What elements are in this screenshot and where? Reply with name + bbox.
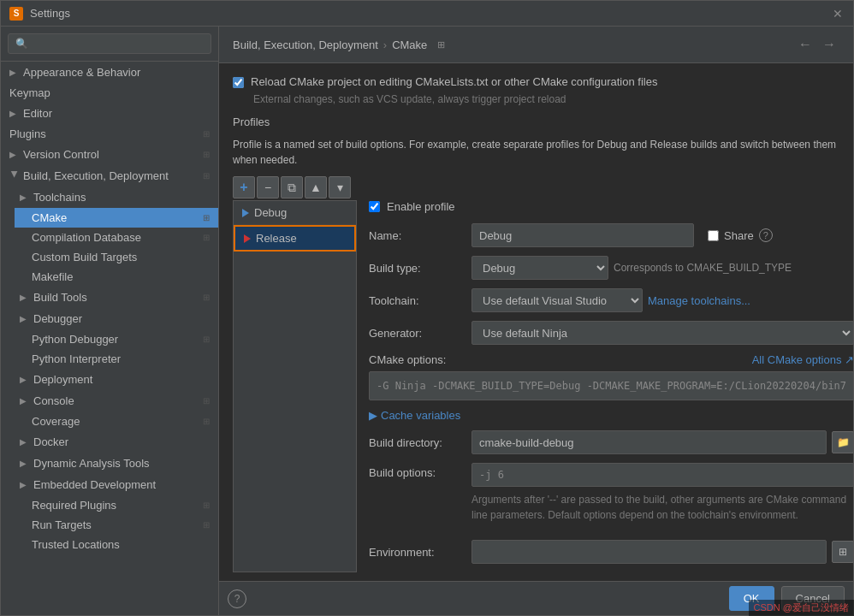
all-cmake-options-link[interactable]: All CMake options ↗ (752, 353, 853, 366)
environment-input-row: ⊞ (471, 540, 853, 564)
browse-env-button[interactable]: ⊞ (832, 541, 853, 563)
sidebar-label-trusted-locations: Trusted Locations (32, 538, 120, 551)
toolchain-dropdown-row: Use default Visual Studio Manage toolcha… (471, 288, 853, 312)
build-type-select[interactable]: Debug Release RelWithDebInfo MinSizeRel (471, 256, 608, 280)
cmake-options-value: -G Ninja -DCMAKE_BUILD_TYPE=Debug -DCMAK… (377, 380, 846, 392)
sidebar-item-toolchains[interactable]: ▶ Toolchains (15, 187, 218, 208)
sidebar-item-coverage[interactable]: Coverage ⊞ (15, 412, 218, 431)
group-embedded: ▶ Embedded Development (15, 474, 218, 495)
build-options-value: -j 6 (479, 469, 504, 481)
sidebar-label-editor: Editor (23, 107, 52, 120)
ext-icon: ⊞ (203, 500, 210, 510)
build-options-field[interactable]: -j 6 (471, 463, 853, 487)
panel-header: Build, Execution, Deployment › CMake ⊞ ←… (219, 27, 853, 63)
sidebar-item-docker[interactable]: ▶ Docker (15, 431, 218, 453)
sidebar-item-dynamic-analysis[interactable]: ▶ Dynamic Analysis Tools (15, 453, 218, 474)
sidebar-item-appearance-behavior[interactable]: ▶ Appearance & Behavior (1, 62, 218, 83)
enable-profile-checkbox[interactable] (369, 201, 380, 212)
remove-profile-button[interactable]: − (257, 176, 279, 198)
nav-forward-button[interactable]: → (819, 35, 839, 54)
ext-icon: ⊞ (203, 129, 210, 139)
sidebar-item-python-interpreter[interactable]: Python Interpreter (15, 349, 218, 369)
breadcrumb-current: CMake (392, 38, 427, 51)
group-debugger: ▶ Debugger (15, 308, 218, 329)
profile-item-debug[interactable]: Debug (234, 201, 356, 225)
cache-variables-section[interactable]: ▶ Cache variables (369, 409, 853, 422)
config-panel: Enable profile Name: Share ? (357, 200, 853, 572)
enable-profile-row: Enable profile (369, 200, 853, 213)
sidebar-item-python-debugger[interactable]: Python Debugger ⊞ (15, 329, 218, 349)
build-type-row: Build type: Debug Release RelWithDebInfo… (369, 256, 853, 280)
sidebar-item-compilation-db[interactable]: Compilation Database ⊞ (15, 228, 218, 247)
window-title: Settings (30, 7, 831, 20)
sidebar-item-run-targets[interactable]: Run Targets ⊞ (15, 515, 218, 535)
toolchain-select[interactable]: Use default Visual Studio (471, 288, 643, 312)
reload-hint: External changes, such as VCS update, al… (253, 93, 839, 105)
settings-window: S Settings ✕ ▶ Appearance & Behavior Key… (0, 0, 854, 616)
help-button[interactable]: ? (228, 589, 246, 608)
sidebar-label-keymap: Keymap (9, 86, 50, 99)
arrow-icon: ▶ (9, 68, 20, 78)
nav-back-button[interactable]: ← (795, 35, 815, 54)
move-up-button[interactable]: ▲ (305, 176, 327, 198)
ext-icon: ⊞ (203, 150, 210, 159)
close-button[interactable]: ✕ (831, 7, 845, 21)
build-children: ▶ Toolchains CMake ⊞ Compilation Databas… (1, 187, 218, 554)
build-dir-input[interactable] (471, 430, 827, 454)
sidebar-label-appearance: Appearance & Behavior (23, 66, 140, 79)
sidebar-item-plugins[interactable]: Plugins ⊞ (1, 124, 218, 144)
sidebar-label-toolchains: Toolchains (33, 191, 86, 204)
sidebar-item-makefile[interactable]: Makefile (15, 267, 218, 287)
copy-profile-button[interactable]: ⧉ (281, 176, 303, 198)
environment-input[interactable] (471, 540, 827, 564)
sidebar-item-editor[interactable]: ▶ Editor (1, 103, 218, 124)
sidebar-item-version-control[interactable]: ▶ Version Control ⊞ (1, 144, 218, 165)
group-appearance: ▶ Appearance & Behavior (1, 62, 218, 83)
help-icon[interactable]: ? (759, 228, 773, 242)
sidebar-item-console[interactable]: ▶ Console ⊞ (15, 390, 218, 412)
name-row: Name: Share ? (369, 223, 853, 247)
profiles-list: Debug ➤ Release (233, 200, 357, 572)
share-checkbox[interactable] (708, 230, 719, 241)
sidebar-item-debugger[interactable]: ▶ Debugger (15, 308, 218, 329)
add-profile-button[interactable]: + (233, 176, 255, 198)
group-editor: ▶ Editor (1, 103, 218, 124)
sidebar-item-cmake[interactable]: CMake ⊞ (15, 208, 218, 228)
group-build: ▶ Build, Execution, Deployment ⊞ ▶ Toolc… (1, 165, 218, 554)
search-input[interactable] (8, 33, 211, 54)
manage-toolchains-link[interactable]: Manage toolchains... (648, 294, 750, 307)
sidebar-item-build-execution[interactable]: ▶ Build, Execution, Deployment ⊞ (1, 165, 218, 187)
generator-select[interactable]: Use default Ninja (471, 321, 853, 345)
sidebar-item-required-plugins[interactable]: Required Plugins ⊞ (15, 495, 218, 515)
sidebar-label-custom-build: Custom Build Targets (32, 251, 137, 264)
main-content: ▶ Appearance & Behavior Keymap ▶ Editor … (1, 27, 853, 615)
ext-icon: ⊞ (203, 396, 210, 406)
name-input[interactable] (471, 223, 694, 247)
sidebar-label-cmake: CMake (32, 211, 67, 224)
ext-icon: ⊞ (203, 293, 210, 302)
ext-icon: ⊞ (203, 213, 210, 222)
build-options-row: Build options: -j 6 Arguments after '--'… (369, 463, 853, 531)
arrow-icon: ▶ (20, 480, 30, 490)
dropdown-button[interactable]: ▾ (329, 176, 351, 198)
group-build-tools: ▶ Build Tools ⊞ (15, 287, 218, 308)
build-dir-label: Build directory: (369, 436, 471, 449)
expand-arrow: ▶ (369, 409, 377, 422)
sidebar-item-trusted-locations[interactable]: Trusted Locations (15, 535, 218, 554)
sidebar-item-build-tools[interactable]: ▶ Build Tools ⊞ (15, 287, 218, 308)
sidebar-item-deployment[interactable]: ▶ Deployment (15, 369, 218, 390)
sidebar-item-keymap[interactable]: Keymap (1, 83, 218, 103)
build-dir-input-row: 📁 (471, 430, 853, 454)
sidebar-item-embedded[interactable]: ▶ Embedded Development (15, 474, 218, 495)
browse-build-dir-button[interactable]: 📁 (832, 431, 853, 453)
cmake-options-field[interactable]: -G Ninja -DCMAKE_BUILD_TYPE=Debug -DCMAK… (369, 371, 853, 400)
ext-icon: ⊞ (203, 335, 210, 344)
build-options-hint: Arguments after '--' are passed to the b… (471, 492, 853, 523)
sidebar-label-coverage: Coverage (32, 415, 80, 428)
profile-item-release[interactable]: ➤ Release (234, 225, 356, 252)
generator-label: Generator: (369, 327, 471, 340)
reload-checkbox[interactable] (233, 77, 244, 88)
sidebar-item-custom-build-targets[interactable]: Custom Build Targets (15, 247, 218, 267)
sidebar: ▶ Appearance & Behavior Keymap ▶ Editor … (1, 27, 219, 615)
app-icon: S (9, 7, 23, 21)
